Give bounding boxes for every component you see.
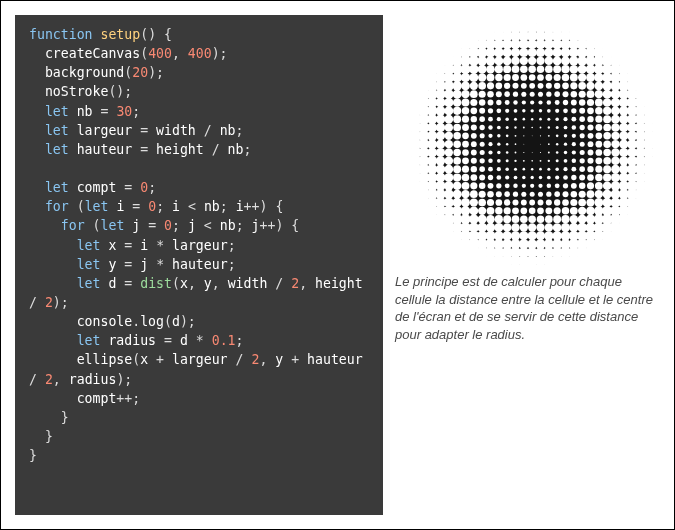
svg-point-674: [587, 124, 593, 130]
svg-point-714: [594, 206, 603, 215]
svg-point-507: [535, 231, 544, 240]
svg-point-794: [619, 123, 628, 132]
svg-point-295: [477, 215, 486, 224]
svg-point-193: [453, 115, 461, 123]
svg-point-442: [521, 192, 526, 197]
svg-point-293: [478, 199, 486, 207]
svg-point-700: [594, 90, 602, 98]
svg-point-279: [478, 82, 486, 90]
svg-point-409: [513, 168, 516, 171]
svg-point-367: [503, 65, 511, 73]
svg-point-322: [487, 191, 494, 198]
svg-point-738: [603, 157, 611, 165]
svg-point-385: [503, 215, 511, 223]
svg-point-505: [536, 215, 544, 223]
svg-point-652: [578, 191, 585, 198]
svg-point-167: [444, 148, 452, 156]
svg-point-468: [531, 160, 533, 162]
svg-point-319: [488, 167, 493, 172]
svg-point-765: [611, 132, 619, 140]
svg-point-326: [485, 223, 494, 232]
svg-point-485: [535, 48, 544, 57]
svg-point-731: [602, 98, 611, 107]
svg-point-491: [538, 100, 542, 104]
svg-point-625: [569, 215, 578, 224]
svg-point-712: [594, 190, 602, 198]
svg-point-735: [603, 132, 611, 140]
svg-point-527: [547, 152, 549, 154]
code-block: function setup() { createCanvas(400, 400…: [29, 25, 375, 465]
svg-point-249: [469, 82, 477, 90]
svg-point-681: [586, 182, 593, 189]
svg-point-550: [554, 91, 560, 97]
svg-point-470: [530, 176, 533, 179]
svg-point-588: [563, 159, 567, 163]
svg-point-595: [561, 215, 569, 223]
svg-point-308: [486, 74, 494, 82]
svg-point-339: [495, 82, 502, 89]
svg-point-196: [453, 140, 461, 148]
svg-point-585: [563, 134, 566, 137]
svg-point-589: [563, 167, 567, 171]
svg-point-416: [511, 223, 519, 231]
svg-point-768: [611, 157, 619, 165]
svg-point-259: [470, 166, 476, 172]
svg-point-613: [571, 117, 576, 122]
svg-point-551: [554, 100, 559, 105]
svg-point-644: [579, 125, 584, 130]
svg-point-247: [469, 64, 479, 74]
svg-point-406: [514, 143, 516, 145]
svg-point-580: [562, 91, 568, 97]
svg-point-199: [453, 165, 461, 173]
svg-point-135: [435, 131, 444, 140]
svg-point-379: [505, 167, 509, 171]
svg-point-582: [563, 108, 568, 113]
svg-point-447: [519, 231, 528, 240]
svg-point-417: [510, 231, 519, 240]
svg-point-733: [603, 115, 611, 123]
svg-point-163: [444, 115, 453, 124]
svg-point-617: [571, 150, 575, 154]
svg-point-583: [563, 117, 567, 121]
svg-point-532: [546, 192, 551, 197]
svg-point-669: [586, 82, 594, 90]
svg-point-260: [470, 174, 477, 181]
svg-point-642: [579, 108, 585, 114]
svg-point-353: [495, 199, 502, 206]
svg-point-519: [545, 83, 551, 89]
svg-point-250: [469, 90, 477, 98]
svg-point-517: [544, 65, 552, 73]
svg-point-134: [435, 123, 444, 132]
svg-point-411: [513, 184, 517, 188]
svg-point-537: [544, 231, 553, 240]
svg-point-323: [486, 199, 493, 206]
svg-point-232: [461, 190, 469, 198]
figure-output: [403, 15, 653, 265]
svg-point-342: [496, 108, 501, 113]
svg-point-164: [444, 123, 452, 131]
svg-point-433: [522, 118, 525, 121]
svg-point-546: [552, 56, 561, 65]
svg-point-530: [546, 176, 550, 180]
svg-point-404: [514, 126, 516, 128]
svg-point-276: [477, 56, 487, 66]
svg-point-547: [553, 65, 561, 73]
svg-point-459: [529, 83, 535, 89]
svg-point-372: [505, 109, 509, 113]
svg-point-475: [528, 215, 536, 223]
svg-point-376: [505, 143, 508, 146]
svg-point-499: [539, 168, 542, 171]
svg-point-431: [521, 100, 525, 104]
svg-point-487: [536, 65, 544, 73]
svg-point-563: [553, 199, 559, 205]
svg-point-462: [530, 109, 533, 112]
svg-point-351: [496, 183, 501, 188]
svg-point-439: [522, 168, 525, 171]
svg-point-162: [444, 106, 453, 115]
svg-point-349: [496, 167, 500, 171]
svg-point-285: [479, 133, 484, 138]
svg-point-277: [477, 65, 486, 74]
svg-point-413: [512, 199, 518, 205]
svg-point-219: [461, 81, 470, 90]
svg-point-350: [496, 175, 501, 180]
